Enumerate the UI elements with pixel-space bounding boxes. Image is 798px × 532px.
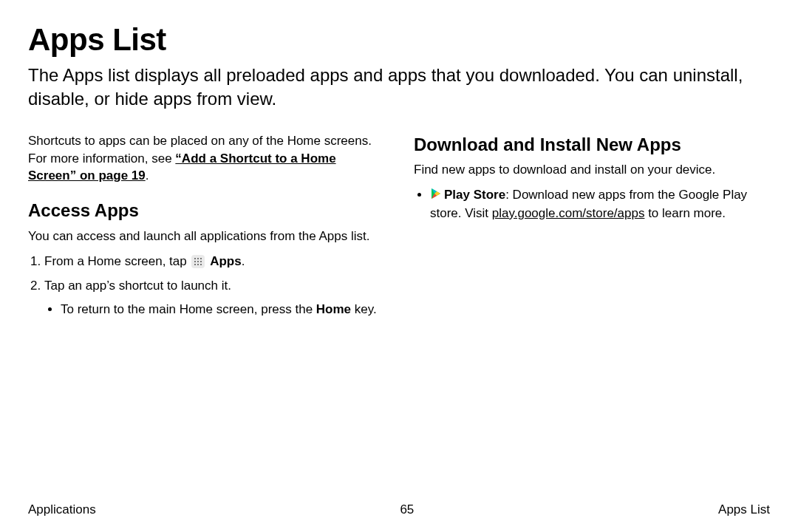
sub-suffix: key. xyxy=(351,302,377,316)
access-apps-paragraph: You can access and launch all applicatio… xyxy=(28,228,384,245)
step-1: From a Home screen, tap Apps. xyxy=(44,253,384,270)
footer-page-number: 65 xyxy=(400,502,414,517)
download-list: Play Store: Download new apps from the G… xyxy=(414,186,770,222)
right-column: Download and Install New Apps Find new a… xyxy=(414,132,770,326)
footer-right: Apps List xyxy=(718,502,770,517)
content-columns: Shortcuts to apps can be placed on any o… xyxy=(28,132,770,326)
step2-text: Tap an app’s shortcut to launch it. xyxy=(44,279,231,293)
footer-left: Applications xyxy=(28,502,96,517)
step-2: Tap an app’s shortcut to launch it. To r… xyxy=(44,277,384,318)
play-store-icon xyxy=(430,187,442,205)
steps-list: From a Home screen, tap Apps. Tap an app… xyxy=(28,253,384,318)
step2-sublist: To return to the main Home screen, press… xyxy=(44,301,384,318)
step1-prefix: From a Home screen, tap xyxy=(44,254,190,268)
page-title: Apps List xyxy=(28,22,770,58)
play-label: Play Store xyxy=(444,188,505,202)
step1-bold: Apps xyxy=(210,254,242,268)
sub-bold: Home xyxy=(316,302,351,316)
shortcuts-suffix: . xyxy=(146,168,149,183)
shortcuts-paragraph: Shortcuts to apps can be placed on any o… xyxy=(28,132,384,185)
download-heading: Download and Install New Apps xyxy=(414,132,770,157)
access-apps-heading: Access Apps xyxy=(28,198,384,223)
left-column: Shortcuts to apps can be placed on any o… xyxy=(28,132,384,326)
step1-suffix: . xyxy=(242,254,245,268)
apps-grid-icon xyxy=(191,255,205,268)
play-store-item: Play Store: Download new apps from the G… xyxy=(430,186,770,222)
download-paragraph: Find new apps to download and install on… xyxy=(414,161,770,179)
step2-subitem: To return to the main Home screen, press… xyxy=(61,301,384,318)
page-footer: Applications 65 Apps List xyxy=(28,502,770,517)
sub-prefix: To return to the main Home screen, press… xyxy=(61,302,316,316)
intro-paragraph: The Apps list displays all preloaded app… xyxy=(28,64,770,112)
play-link[interactable]: play.google.com/store/apps xyxy=(492,206,645,220)
play-text2: to learn more. xyxy=(644,206,726,220)
